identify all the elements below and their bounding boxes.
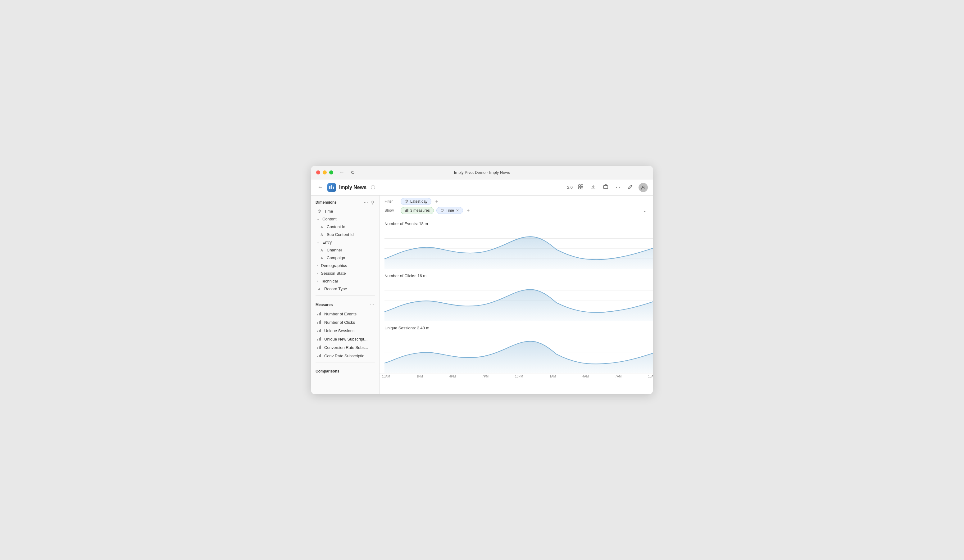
svg-rect-0 <box>329 186 331 189</box>
back-button[interactable]: ← <box>338 169 346 176</box>
sidebar-item-entry[interactable]: ⌄ Entry <box>311 239 379 246</box>
svg-rect-13 <box>319 321 320 324</box>
svg-rect-5 <box>578 187 580 189</box>
svg-rect-2 <box>333 187 334 189</box>
sidebar-separator-1 <box>316 295 375 295</box>
content-id-icon: A <box>319 225 324 229</box>
main-layout: Dimensions ⋯ ⚲ ⏱ Time ⌄ Content A Conten… <box>311 196 653 394</box>
num-events-icon <box>317 312 322 317</box>
sidebar-item-num-events[interactable]: Number of Events <box>311 310 379 318</box>
sidebar-item-content-id[interactable]: A Content Id <box>311 223 379 230</box>
sidebar-item-campaign[interactable]: A Campaign <box>311 254 379 262</box>
appbar-back-button[interactable]: ← <box>316 183 324 192</box>
download-button[interactable] <box>589 183 598 192</box>
svg-rect-24 <box>318 356 318 357</box>
dimensions-more-button[interactable]: ⋯ <box>363 199 369 206</box>
measures-more-button[interactable]: ⋯ <box>369 302 375 308</box>
show-add-button[interactable]: + <box>466 207 471 214</box>
sidebar-item-conversion-rate[interactable]: Conversion Rate Subs... <box>311 343 379 352</box>
svg-rect-21 <box>318 347 318 349</box>
channel-icon: A <box>319 248 324 252</box>
svg-rect-7 <box>603 186 608 188</box>
time-chip-label: Time <box>446 208 454 213</box>
comparisons-section-header: Comparisons <box>311 365 379 375</box>
svg-rect-25 <box>319 355 320 357</box>
sidebar-item-content[interactable]: ⌄ Content <box>311 215 379 223</box>
measures-chip[interactable]: 3 measures <box>401 207 434 214</box>
sidebar-item-num-clicks[interactable]: Number of Clicks <box>311 318 379 326</box>
dimensions-section-header: Dimensions ⋯ ⚲ <box>311 196 379 207</box>
svg-rect-23 <box>320 346 321 349</box>
svg-rect-4 <box>581 185 583 187</box>
conversion-rate-icon <box>317 345 322 350</box>
dimensions-search-button[interactable]: ⚲ <box>371 199 375 206</box>
filter-label: Filter <box>384 199 398 204</box>
user-avatar[interactable] <box>638 183 648 192</box>
maximize-button[interactable] <box>329 170 333 174</box>
edit-button[interactable] <box>626 183 635 192</box>
sidebar-item-channel[interactable]: A Channel <box>311 246 379 254</box>
share-button[interactable] <box>601 183 610 192</box>
num-clicks-icon <box>317 320 322 325</box>
sidebar-item-conv-rate[interactable]: Conv Rate Subscriptio... <box>311 352 379 360</box>
appbar-right: 2.0 ⋯ <box>567 183 648 192</box>
sidebar-item-unique-new[interactable]: Unique New Subscript... <box>311 335 379 343</box>
more-button[interactable]: ⋯ <box>614 183 622 192</box>
unique-new-icon <box>317 336 322 342</box>
sidebar-item-technical[interactable]: › Technical <box>311 277 379 285</box>
svg-rect-26 <box>320 354 321 357</box>
session-chevron-icon: › <box>317 272 318 275</box>
minimize-button[interactable] <box>323 170 327 174</box>
x-axis-row: 10AM 1PM 4PM 7PM 10PM 1AM 4AM 7AM 10AM <box>379 373 653 382</box>
technical-chevron-icon: › <box>317 279 318 283</box>
sidebar-item-record-type[interactable]: A Record Type <box>311 285 379 293</box>
chart-clicks-container: 1,000 k 500 k <box>384 281 653 321</box>
close-button[interactable] <box>316 170 320 174</box>
svg-rect-9 <box>318 314 318 315</box>
chart-sessions-svg <box>384 333 653 373</box>
svg-rect-3 <box>578 185 580 187</box>
app-window: ← ↻ Imply Pivot Demo - Imply News ← Impl… <box>311 166 653 394</box>
measures-section-header: Measures ⋯ <box>311 298 379 310</box>
grid-view-button[interactable] <box>576 183 585 192</box>
record-type-icon: A <box>317 287 322 291</box>
expand-button[interactable]: ⌄ <box>642 207 648 214</box>
filter-add-button[interactable]: + <box>434 198 439 205</box>
x-axis-labels: 10AM 1PM 4PM 7PM 10PM 1AM 4AM 7AM 10AM <box>379 373 653 382</box>
time-chip-icon: ⏱ <box>440 208 444 213</box>
time-chip[interactable]: ⏱ Time ✕ <box>436 207 463 214</box>
app-title: Imply News <box>339 185 366 190</box>
chart-clicks: Number of Clicks: 16 m <box>379 269 653 321</box>
conv-rate-icon <box>317 353 322 359</box>
measures-chip-label: 3 measures <box>410 208 430 213</box>
refresh-button[interactable]: ↻ <box>349 169 356 176</box>
sidebar-item-time[interactable]: ⏱ Time <box>311 207 379 215</box>
svg-rect-15 <box>318 331 318 332</box>
dimensions-actions: ⋯ ⚲ <box>363 199 375 206</box>
svg-rect-12 <box>318 322 318 324</box>
svg-rect-29 <box>407 209 409 212</box>
measures-actions: ⋯ <box>369 302 375 308</box>
sidebar-item-demographics[interactable]: › Demographics <box>311 262 379 269</box>
sidebar: Dimensions ⋯ ⚲ ⏱ Time ⌄ Content A Conten… <box>311 196 379 394</box>
sidebar-item-session-state[interactable]: › Session State <box>311 269 379 277</box>
chart-sessions-title: Unique Sessions: 2.48 m <box>384 326 653 330</box>
comparisons-label: Comparisons <box>316 369 339 373</box>
app-logo <box>327 183 336 192</box>
svg-rect-19 <box>319 338 320 341</box>
chart-events: Number of Events: 18 m <box>379 217 653 269</box>
sidebar-item-unique-sessions[interactable]: Unique Sessions <box>311 326 379 335</box>
time-chip-close[interactable]: ✕ <box>456 209 459 212</box>
info-button[interactable]: ⓘ <box>371 185 375 190</box>
chart-clicks-svg <box>384 281 653 321</box>
sidebar-item-sub-content-id[interactable]: A Sub Content Id <box>311 230 379 239</box>
filter-chip[interactable]: ⏱ Latest day <box>401 198 432 205</box>
time-icon: ⏱ <box>317 209 322 214</box>
measures-label: Measures <box>316 303 332 307</box>
entry-chevron-icon: ⌄ <box>317 240 319 244</box>
charts-area: Number of Events: 18 m <box>379 217 653 394</box>
content-area: Filter ⏱ Latest day + Show <box>379 196 653 394</box>
demographics-chevron-icon: › <box>317 264 318 267</box>
show-label: Show <box>384 208 398 213</box>
clock-icon: ⏱ <box>405 199 409 204</box>
